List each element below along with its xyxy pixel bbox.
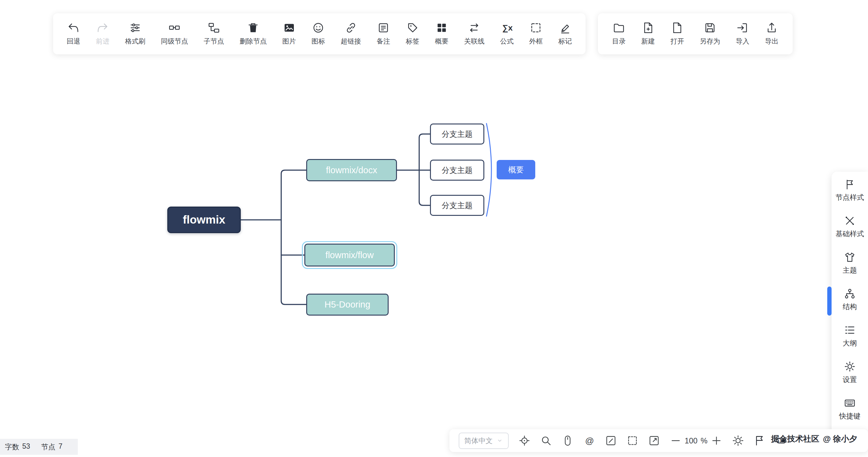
zoom-out-button[interactable]: [670, 435, 682, 447]
image-button[interactable]: 图片: [282, 22, 296, 46]
flag-icon[interactable]: [754, 435, 766, 447]
theme-icon: [844, 251, 856, 263]
directory-button[interactable]: 目录: [612, 22, 626, 46]
summary-grid-icon: [436, 22, 448, 34]
language-value: 简体中文: [464, 436, 493, 446]
mark-button[interactable]: 标记: [558, 22, 572, 46]
image-label: 图片: [282, 37, 296, 46]
child-node-3[interactable]: 分支主题: [430, 195, 484, 216]
note-label: 备注: [377, 37, 390, 46]
relation-line-button[interactable]: 关联线: [464, 22, 484, 46]
formula-icon: ∑x: [501, 22, 513, 34]
watermark-text-2: @ 徐小夕: [823, 433, 857, 444]
format-painter-label: 格式刷: [125, 37, 145, 46]
note-icon: [377, 22, 390, 34]
export-button[interactable]: 导出: [765, 22, 778, 46]
root-node[interactable]: flowmix: [167, 207, 241, 233]
search-button[interactable]: [540, 435, 552, 447]
import-icon: [736, 22, 748, 34]
mark-icon: [559, 22, 571, 34]
open-file-icon: [671, 22, 683, 34]
format-painter-icon: [129, 22, 142, 34]
structure-label: 结构: [843, 302, 857, 311]
save-as-icon: [704, 22, 716, 34]
branch-node-flow-selected[interactable]: flowmix/flow: [304, 244, 395, 267]
zoom-in-button[interactable]: [711, 435, 722, 447]
formula-button[interactable]: ∑x 公式: [500, 22, 514, 46]
sidebar-item-settings[interactable]: 设置: [843, 361, 857, 397]
svg-text:@: @: [585, 436, 594, 446]
export-icon: [766, 22, 778, 34]
locate-button[interactable]: [519, 435, 530, 447]
child-node-button[interactable]: 子节点: [204, 22, 224, 46]
undo-label: 回退: [67, 37, 80, 46]
fit-screen-button[interactable]: [648, 435, 660, 447]
sidebar-item-shortcuts[interactable]: 快捷键: [839, 397, 861, 433]
sidebar-item-outline[interactable]: 大纲: [843, 324, 857, 361]
svg-text:∑x: ∑x: [502, 23, 513, 32]
sidebar-item-node-style[interactable]: 节点样式: [836, 179, 864, 215]
emoji-icon: [312, 22, 324, 34]
undo-icon: [67, 22, 80, 34]
save-as-button[interactable]: 另存为: [700, 22, 720, 46]
note-button[interactable]: 备注: [377, 22, 390, 46]
zoom-level: 100: [685, 436, 698, 445]
tag-icon: [406, 22, 419, 34]
frame-icon: [530, 22, 542, 34]
emoji-button[interactable]: 图标: [311, 22, 325, 46]
word-count-value: 53: [22, 442, 30, 452]
child-node-1[interactable]: 分支主题: [430, 123, 484, 145]
new-button[interactable]: 新建: [642, 22, 655, 46]
undo-button[interactable]: 回退: [67, 22, 80, 46]
outer-frame-button[interactable]: 外框: [529, 22, 542, 46]
sidebar-item-basic-style[interactable]: 基础样式: [836, 215, 864, 251]
emoji-label: 图标: [311, 37, 325, 46]
right-sidebar: 节点样式 基础样式 主题 结构 大纲 设置 快捷键: [832, 172, 868, 439]
open-button[interactable]: 打开: [671, 22, 684, 46]
mouse-mode-button[interactable]: [562, 435, 574, 447]
redo-icon: [96, 22, 108, 34]
hyperlink-button[interactable]: 超链接: [341, 22, 361, 46]
delete-node-label: 删除节点: [240, 37, 267, 46]
marquee-select-button[interactable]: [627, 435, 638, 447]
branch-node-h5dooring[interactable]: H5-Dooring: [306, 294, 389, 315]
link-icon: [345, 22, 357, 34]
word-count-stat: 字数 53: [5, 442, 30, 452]
watermark-text-1: 掘金技术社区: [771, 433, 819, 444]
node-style-icon: [844, 179, 856, 190]
active-tab-indicator: [827, 286, 832, 315]
child-node-2[interactable]: 分支主题: [430, 160, 484, 181]
sibling-node-button[interactable]: 同级节点: [161, 22, 188, 46]
directory-label: 目录: [612, 37, 626, 46]
sidebar-item-theme[interactable]: 主题: [843, 251, 857, 288]
node-count-label: 节点: [41, 442, 56, 452]
delete-node-button[interactable]: 删除节点: [240, 22, 267, 46]
export-label: 导出: [765, 37, 778, 46]
redo-button[interactable]: 前进: [96, 22, 109, 46]
status-bar: 字数 53 节点 7: [0, 439, 78, 455]
format-painter-button[interactable]: 格式刷: [125, 22, 145, 46]
summary-button[interactable]: 概要: [435, 22, 448, 46]
branch-node-docx[interactable]: flowmix/docx: [306, 159, 397, 181]
chevron-down-icon: [496, 437, 503, 444]
zoom-control: 100 %: [670, 435, 722, 447]
basic-style-icon: [844, 215, 856, 227]
brightness-button[interactable]: [732, 435, 744, 447]
new-label: 新建: [642, 37, 655, 46]
summary-node[interactable]: 概要: [497, 160, 535, 179]
sidebar-item-structure[interactable]: 结构: [843, 288, 857, 324]
language-select[interactable]: 简体中文: [459, 433, 509, 449]
child-node-label: 子节点: [204, 37, 224, 46]
sibling-node-icon: [168, 22, 181, 34]
mention-button[interactable]: @: [583, 435, 595, 447]
tag-button[interactable]: 标签: [406, 22, 420, 46]
import-button[interactable]: 导入: [736, 22, 749, 46]
redo-label: 前进: [96, 37, 109, 46]
open-label: 打开: [671, 37, 684, 46]
node-count-value: 7: [59, 442, 63, 452]
import-label: 导入: [736, 37, 749, 46]
file-toolbar: 目录 新建 打开 另存为 导入 导出: [598, 13, 793, 54]
node-count-stat: 节点 7: [41, 442, 63, 452]
edit-button[interactable]: [605, 435, 617, 447]
shortcuts-label: 快捷键: [839, 411, 861, 421]
